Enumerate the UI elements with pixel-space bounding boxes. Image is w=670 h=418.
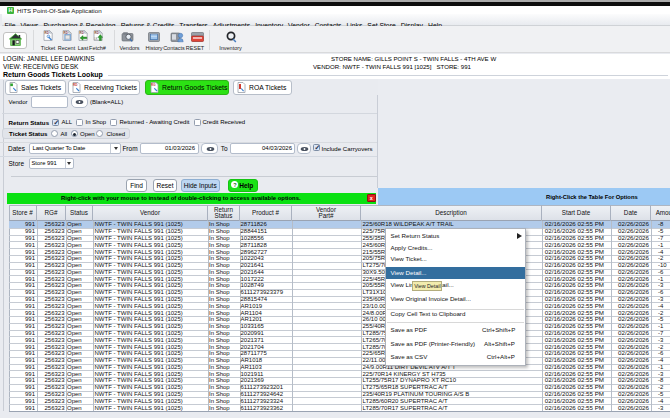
svg-text:LK: LK xyxy=(94,37,97,41)
svg-text:RG: RG xyxy=(151,83,156,87)
